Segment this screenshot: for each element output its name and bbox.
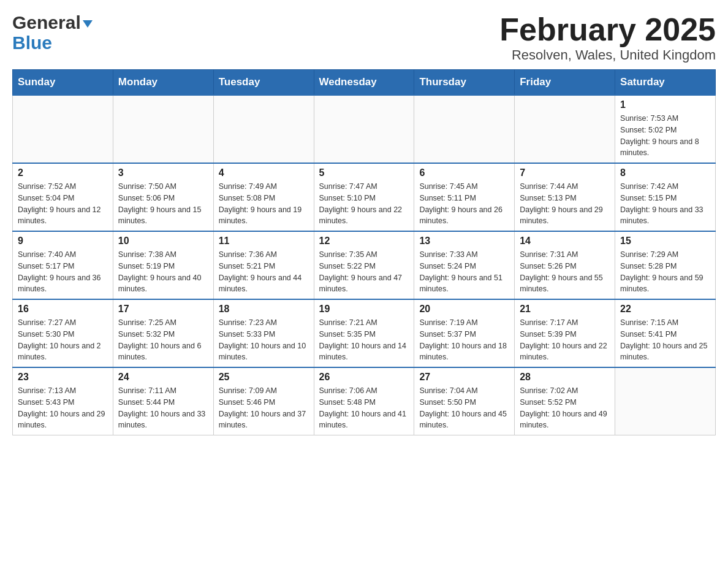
day-number: 6 bbox=[419, 167, 509, 178]
calendar-cell: 9Sunrise: 7:40 AM Sunset: 5:17 PM Daylig… bbox=[13, 231, 113, 299]
calendar-week-row: 2Sunrise: 7:52 AM Sunset: 5:04 PM Daylig… bbox=[13, 163, 716, 231]
calendar-title: February 2025 bbox=[499, 12, 716, 47]
day-number: 9 bbox=[18, 236, 108, 247]
col-tuesday: Tuesday bbox=[213, 70, 314, 96]
day-number: 3 bbox=[118, 167, 208, 178]
day-info: Sunrise: 7:42 AM Sunset: 5:15 PM Dayligh… bbox=[620, 181, 710, 227]
day-number: 16 bbox=[18, 304, 108, 315]
calendar-cell: 25Sunrise: 7:09 AM Sunset: 5:46 PM Dayli… bbox=[213, 367, 314, 435]
day-info: Sunrise: 7:15 AM Sunset: 5:41 PM Dayligh… bbox=[620, 317, 710, 363]
day-info: Sunrise: 7:45 AM Sunset: 5:11 PM Dayligh… bbox=[419, 181, 509, 227]
calendar-cell: 18Sunrise: 7:23 AM Sunset: 5:33 PM Dayli… bbox=[213, 299, 314, 367]
col-wednesday: Wednesday bbox=[314, 70, 414, 96]
day-number: 7 bbox=[520, 167, 610, 178]
day-info: Sunrise: 7:17 AM Sunset: 5:39 PM Dayligh… bbox=[520, 317, 610, 363]
day-number: 22 bbox=[620, 304, 710, 315]
calendar-cell bbox=[213, 95, 314, 163]
calendar-cell: 20Sunrise: 7:19 AM Sunset: 5:37 PM Dayli… bbox=[414, 299, 515, 367]
logo-arrow-icon bbox=[83, 12, 93, 33]
day-number: 17 bbox=[118, 304, 208, 315]
day-info: Sunrise: 7:23 AM Sunset: 5:33 PM Dayligh… bbox=[219, 317, 309, 363]
col-monday: Monday bbox=[113, 70, 213, 96]
day-number: 10 bbox=[118, 236, 208, 247]
day-info: Sunrise: 7:21 AM Sunset: 5:35 PM Dayligh… bbox=[319, 317, 409, 363]
calendar-cell: 14Sunrise: 7:31 AM Sunset: 5:26 PM Dayli… bbox=[515, 231, 615, 299]
day-number: 23 bbox=[18, 372, 108, 383]
day-number: 8 bbox=[620, 167, 710, 178]
calendar-cell: 4Sunrise: 7:49 AM Sunset: 5:08 PM Daylig… bbox=[213, 163, 314, 231]
day-number: 4 bbox=[219, 167, 309, 178]
day-info: Sunrise: 7:27 AM Sunset: 5:30 PM Dayligh… bbox=[18, 317, 108, 363]
day-info: Sunrise: 7:44 AM Sunset: 5:13 PM Dayligh… bbox=[520, 181, 610, 227]
calendar-cell: 13Sunrise: 7:33 AM Sunset: 5:24 PM Dayli… bbox=[414, 231, 515, 299]
col-saturday: Saturday bbox=[615, 70, 716, 96]
day-info: Sunrise: 7:19 AM Sunset: 5:37 PM Dayligh… bbox=[419, 317, 509, 363]
calendar-cell bbox=[314, 95, 414, 163]
col-friday: Friday bbox=[515, 70, 615, 96]
day-number: 18 bbox=[219, 304, 309, 315]
day-info: Sunrise: 7:13 AM Sunset: 5:43 PM Dayligh… bbox=[18, 385, 108, 431]
calendar-cell bbox=[113, 95, 213, 163]
calendar-cell: 24Sunrise: 7:11 AM Sunset: 5:44 PM Dayli… bbox=[113, 367, 213, 435]
day-number: 28 bbox=[520, 372, 610, 383]
day-info: Sunrise: 7:52 AM Sunset: 5:04 PM Dayligh… bbox=[18, 181, 108, 227]
day-number: 12 bbox=[319, 236, 409, 247]
calendar-week-row: 23Sunrise: 7:13 AM Sunset: 5:43 PM Dayli… bbox=[13, 367, 716, 435]
calendar-cell: 15Sunrise: 7:29 AM Sunset: 5:28 PM Dayli… bbox=[615, 231, 716, 299]
day-number: 27 bbox=[419, 372, 509, 383]
calendar-week-row: 1Sunrise: 7:53 AM Sunset: 5:02 PM Daylig… bbox=[13, 95, 716, 163]
day-info: Sunrise: 7:33 AM Sunset: 5:24 PM Dayligh… bbox=[419, 249, 509, 295]
calendar-cell: 1Sunrise: 7:53 AM Sunset: 5:02 PM Daylig… bbox=[615, 95, 716, 163]
day-info: Sunrise: 7:29 AM Sunset: 5:28 PM Dayligh… bbox=[620, 249, 710, 295]
calendar-cell: 23Sunrise: 7:13 AM Sunset: 5:43 PM Dayli… bbox=[13, 367, 113, 435]
day-number: 13 bbox=[419, 236, 509, 247]
calendar-cell: 28Sunrise: 7:02 AM Sunset: 5:52 PM Dayli… bbox=[515, 367, 615, 435]
logo-general-text: General bbox=[12, 12, 81, 33]
calendar-cell: 6Sunrise: 7:45 AM Sunset: 5:11 PM Daylig… bbox=[414, 163, 515, 231]
calendar-header: Sunday Monday Tuesday Wednesday Thursday… bbox=[13, 70, 716, 96]
day-info: Sunrise: 7:53 AM Sunset: 5:02 PM Dayligh… bbox=[620, 113, 710, 159]
title-area: February 2025 Resolven, Wales, United Ki… bbox=[499, 12, 716, 63]
calendar-cell: 27Sunrise: 7:04 AM Sunset: 5:50 PM Dayli… bbox=[414, 367, 515, 435]
day-info: Sunrise: 7:50 AM Sunset: 5:06 PM Dayligh… bbox=[118, 181, 208, 227]
day-number: 24 bbox=[118, 372, 208, 383]
calendar-cell bbox=[515, 95, 615, 163]
calendar-cell: 21Sunrise: 7:17 AM Sunset: 5:39 PM Dayli… bbox=[515, 299, 615, 367]
day-info: Sunrise: 7:49 AM Sunset: 5:08 PM Dayligh… bbox=[219, 181, 309, 227]
day-info: Sunrise: 7:38 AM Sunset: 5:19 PM Dayligh… bbox=[118, 249, 208, 295]
col-sunday: Sunday bbox=[13, 70, 113, 96]
calendar-cell: 2Sunrise: 7:52 AM Sunset: 5:04 PM Daylig… bbox=[13, 163, 113, 231]
calendar-week-row: 16Sunrise: 7:27 AM Sunset: 5:30 PM Dayli… bbox=[13, 299, 716, 367]
calendar-cell: 19Sunrise: 7:21 AM Sunset: 5:35 PM Dayli… bbox=[314, 299, 414, 367]
calendar-cell: 17Sunrise: 7:25 AM Sunset: 5:32 PM Dayli… bbox=[113, 299, 213, 367]
logo-general-line: General bbox=[12, 12, 93, 33]
day-info: Sunrise: 7:47 AM Sunset: 5:10 PM Dayligh… bbox=[319, 181, 409, 227]
calendar-cell: 3Sunrise: 7:50 AM Sunset: 5:06 PM Daylig… bbox=[113, 163, 213, 231]
day-info: Sunrise: 7:31 AM Sunset: 5:26 PM Dayligh… bbox=[520, 249, 610, 295]
calendar-cell bbox=[13, 95, 113, 163]
day-number: 20 bbox=[419, 304, 509, 315]
day-info: Sunrise: 7:35 AM Sunset: 5:22 PM Dayligh… bbox=[319, 249, 409, 295]
logo: General Blue bbox=[12, 12, 93, 53]
calendar-cell: 8Sunrise: 7:42 AM Sunset: 5:15 PM Daylig… bbox=[615, 163, 716, 231]
calendar-week-row: 9Sunrise: 7:40 AM Sunset: 5:17 PM Daylig… bbox=[13, 231, 716, 299]
day-number: 5 bbox=[319, 167, 409, 178]
calendar-cell: 12Sunrise: 7:35 AM Sunset: 5:22 PM Dayli… bbox=[314, 231, 414, 299]
day-number: 19 bbox=[319, 304, 409, 315]
day-info: Sunrise: 7:11 AM Sunset: 5:44 PM Dayligh… bbox=[118, 385, 208, 431]
day-number: 2 bbox=[18, 167, 108, 178]
calendar-cell: 26Sunrise: 7:06 AM Sunset: 5:48 PM Dayli… bbox=[314, 367, 414, 435]
calendar-cell: 7Sunrise: 7:44 AM Sunset: 5:13 PM Daylig… bbox=[515, 163, 615, 231]
day-number: 25 bbox=[219, 372, 309, 383]
calendar-body: 1Sunrise: 7:53 AM Sunset: 5:02 PM Daylig… bbox=[13, 95, 716, 435]
day-number: 14 bbox=[520, 236, 610, 247]
logo-blue-text: Blue bbox=[12, 33, 93, 53]
day-info: Sunrise: 7:02 AM Sunset: 5:52 PM Dayligh… bbox=[520, 385, 610, 431]
day-number: 21 bbox=[520, 304, 610, 315]
day-info: Sunrise: 7:25 AM Sunset: 5:32 PM Dayligh… bbox=[118, 317, 208, 363]
calendar-cell: 22Sunrise: 7:15 AM Sunset: 5:41 PM Dayli… bbox=[615, 299, 716, 367]
calendar-subtitle: Resolven, Wales, United Kingdom bbox=[499, 47, 716, 63]
page-header: General Blue February 2025 Resolven, Wal… bbox=[12, 12, 716, 63]
calendar-cell: 5Sunrise: 7:47 AM Sunset: 5:10 PM Daylig… bbox=[314, 163, 414, 231]
calendar-cell bbox=[615, 367, 716, 435]
